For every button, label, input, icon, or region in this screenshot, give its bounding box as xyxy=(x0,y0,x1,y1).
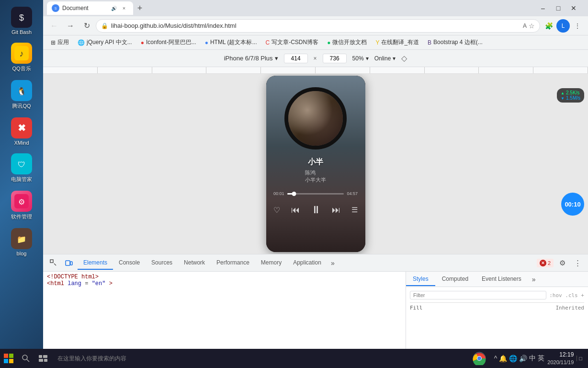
bookmark-apps[interactable]: ⊞ 应用 xyxy=(47,37,73,48)
language-icon[interactable]: 英 xyxy=(538,354,544,363)
height-input[interactable] xyxy=(323,54,347,63)
error-badge[interactable]: ✕ 2 xyxy=(537,259,554,267)
volume-icon[interactable]: 🔊 xyxy=(519,355,527,362)
bookmark-html[interactable]: ● HTML (超文本标... xyxy=(201,37,261,48)
bookmark-csdn[interactable]: C 写文章-CSDN博客 xyxy=(261,37,322,48)
favorite-button[interactable]: ♡ xyxy=(273,206,280,215)
notification-icon[interactable]: 🔔 xyxy=(499,355,507,362)
bookmark-bootstrap[interactable]: B Bootstrap 4 边框(... xyxy=(424,37,486,48)
show-hidden-icons[interactable]: ^ xyxy=(494,355,498,362)
desktop-icon-pcmgr[interactable]: 🛡 电脑管家 xyxy=(4,151,39,185)
show-desktop-button[interactable]: □ xyxy=(577,356,582,361)
desktop-icon-softmgr[interactable]: ⚙ 软件管理 xyxy=(4,189,39,222)
zoom-value: 50% xyxy=(352,55,364,62)
svg-rect-28 xyxy=(44,359,47,362)
tab-close-button[interactable]: × xyxy=(120,4,128,12)
taskbar-clock[interactable]: 12:19 2020/11/19 xyxy=(547,351,574,366)
previous-button[interactable]: ⏮ xyxy=(291,205,300,215)
bookmark-iconfont[interactable]: ● Iconfont-阿里巴巴... xyxy=(137,37,200,48)
desktop-icon-xmind[interactable]: ✖ XMind xyxy=(4,115,39,148)
bookmark-jquery[interactable]: 🌐 jQuery API 中文... xyxy=(74,37,136,48)
tab-elements[interactable]: Elements xyxy=(78,256,113,270)
tab-favicon: S xyxy=(52,4,59,12)
desktop-sidebar: $ Git Bash ♪ QQ音乐 🐧 腾讯QQ ✖ XMi xyxy=(0,0,43,368)
tab-console[interactable]: Console xyxy=(113,256,146,270)
new-tab-button[interactable]: + xyxy=(133,1,147,15)
devtools-settings-button[interactable]: ⚙ xyxy=(555,256,569,270)
apps-icon: ⊞ xyxy=(51,39,56,46)
network-icon[interactable]: 🌐 xyxy=(509,355,517,362)
start-button[interactable] xyxy=(0,350,17,367)
desktop-icon-gitbash[interactable]: $ Git Bash xyxy=(4,5,39,37)
svg-rect-20 xyxy=(9,354,13,358)
styles-tab-event-listeners[interactable]: Event Listeners xyxy=(475,273,528,286)
extensions-icon[interactable]: 🧩 xyxy=(542,19,555,33)
task-view-button[interactable] xyxy=(34,350,52,367)
youdao-icon: Y xyxy=(375,39,379,46)
ruler-mark xyxy=(533,67,588,74)
blog-icon: 📁 xyxy=(11,228,32,249)
html-line-2: <html lang = "en" > xyxy=(47,280,402,287)
search-taskbar-button[interactable] xyxy=(17,350,34,367)
nav-right-buttons: 🧩 L ⋮ xyxy=(542,19,584,33)
back-button[interactable]: ← xyxy=(47,19,61,33)
styles-filter-input[interactable] xyxy=(410,291,546,299)
close-button[interactable]: ✕ xyxy=(567,3,580,13)
ruler-mark xyxy=(206,67,261,74)
minimize-button[interactable]: – xyxy=(536,3,550,13)
refresh-button[interactable]: ↻ xyxy=(79,19,94,33)
desktop-icon-qqmusic[interactable]: ♪ QQ音乐 xyxy=(4,41,39,74)
ime-icon[interactable]: 中 xyxy=(529,354,536,363)
content-area: 小半 陈鸿 小半大半 00:01 04:57 ♡ xyxy=(43,74,588,350)
star-icon[interactable]: ☆ xyxy=(529,22,535,30)
toggle-device-toolbar-button[interactable] xyxy=(62,256,76,270)
music-player: 小半 陈鸿 小半大半 00:01 04:57 ♡ xyxy=(266,76,365,252)
timer-label: 00:10 xyxy=(565,201,580,208)
next-button[interactable]: ⏭ xyxy=(332,205,340,215)
online-select[interactable]: Online ▾ xyxy=(374,55,396,62)
taskbar-chrome-icon[interactable] xyxy=(470,349,488,368)
address-bar[interactable]: 🔒 lihai-boop.github.io/Music/dist/html/i… xyxy=(96,19,540,33)
tab-sources[interactable]: Sources xyxy=(146,256,178,270)
device-select[interactable]: iPhone 6/7/8 Plus ▾ xyxy=(224,55,278,62)
address-right-icons: A ☆ xyxy=(523,22,535,30)
styles-tab-computed[interactable]: Computed xyxy=(435,273,475,286)
progress-bar[interactable] xyxy=(287,193,344,195)
iconfont-label: Iconfont-阿里巴巴... xyxy=(146,38,196,46)
tab-network[interactable]: Network xyxy=(178,256,211,270)
playlist-button[interactable]: ☰ xyxy=(351,206,358,214)
pause-button[interactable]: ⏸ xyxy=(311,204,321,216)
devtools-more-button[interactable]: ⋮ xyxy=(571,256,584,270)
maximize-button[interactable]: □ xyxy=(552,3,565,13)
zoom-select[interactable]: 50% ▾ xyxy=(352,55,369,62)
tab-application[interactable]: Application xyxy=(287,256,327,270)
styles-tabs: Styles Computed Event Listeners » xyxy=(406,272,588,287)
styles-more-button[interactable]: » xyxy=(528,274,540,285)
network-value: Online xyxy=(374,55,391,62)
timer-badge[interactable]: 00:10 xyxy=(561,193,584,216)
ruler-mark xyxy=(43,67,98,74)
html-inspector[interactable]: <!DOCTYPE html> <html lang = "en" > xyxy=(43,272,406,350)
forward-button[interactable]: → xyxy=(63,19,78,33)
bookmark-wechat[interactable]: ● 微信开放文档 xyxy=(323,37,371,48)
inspect-element-button[interactable] xyxy=(47,256,60,270)
styles-panel: Styles Computed Event Listeners » xyxy=(406,272,588,350)
menu-icon[interactable]: ⋮ xyxy=(571,19,584,33)
fill-label: Fill xyxy=(410,305,423,311)
profile-icon[interactable]: L xyxy=(556,19,570,33)
translate-icon[interactable]: A xyxy=(523,23,527,29)
xmind-icon: ✖ xyxy=(11,117,32,138)
active-tab[interactable]: S Document 🔊 × xyxy=(47,1,133,15)
svg-text:$: $ xyxy=(19,13,24,23)
width-input[interactable] xyxy=(284,54,308,63)
desktop-icon-blog[interactable]: 📁 blog xyxy=(4,226,39,258)
desktop-icon-qq[interactable]: 🐧 腾讯QQ xyxy=(4,78,39,112)
tab-memory[interactable]: Memory xyxy=(255,256,287,270)
more-tabs-button[interactable]: » xyxy=(327,256,339,270)
styles-tab-styles[interactable]: Styles xyxy=(406,273,435,286)
rotate-icon[interactable]: ◇ xyxy=(401,54,407,63)
devtools-content: <!DOCTYPE html> <html lang = "en" > Styl xyxy=(43,272,588,350)
html-icon: ● xyxy=(205,39,208,46)
tab-performance[interactable]: Performance xyxy=(211,256,255,270)
bookmark-youdao[interactable]: Y 在线翻译_有道 xyxy=(372,37,423,48)
